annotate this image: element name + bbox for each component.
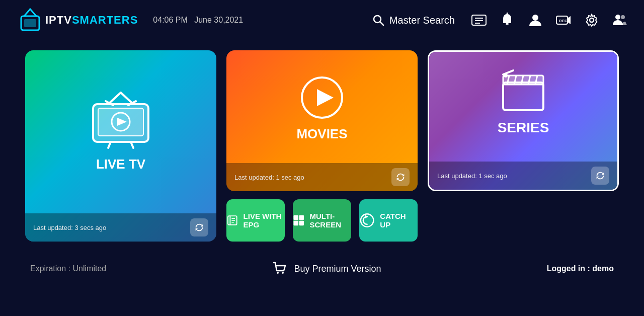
svg-rect-10	[506, 23, 509, 25]
live-epg-label: LIVE WITH EPG	[244, 212, 285, 229]
center-column: MOVIES Last updated: 1 sec ago	[226, 50, 418, 242]
movies-refresh-button[interactable]	[391, 168, 410, 186]
svg-point-16	[590, 18, 594, 22]
date-display: June 30,2021	[194, 16, 243, 24]
movies-card[interactable]: MOVIES Last updated: 1 sec ago	[226, 50, 418, 191]
series-card[interactable]: SERIES Last updated: 1 sec ago	[428, 50, 619, 191]
catch-up-label: CATCH UP	[380, 212, 418, 229]
svg-line-1	[30, 9, 36, 16]
play-icon	[299, 75, 345, 120]
live-tv-update-text: Last updated: 3 secs ago	[33, 224, 106, 231]
catchup-icon	[359, 212, 375, 228]
series-refresh-button[interactable]	[591, 167, 609, 185]
svg-text:REC: REC	[559, 19, 568, 23]
expiry-text: Expiration : Unlimited	[30, 264, 106, 273]
svg-marker-41	[365, 215, 368, 218]
login-info: Logged in : demo	[547, 264, 614, 273]
record-icon: REC	[555, 12, 572, 28]
clapperboard-icon	[498, 68, 548, 114]
user-icon	[527, 12, 543, 28]
header-icons: REC	[470, 11, 629, 29]
svg-point-52	[282, 272, 284, 274]
cart-icon	[272, 261, 288, 277]
live-tv-footer: Last updated: 3 secs ago	[25, 213, 216, 242]
bottom-buttons-row: LIVE WITH EPG MULTI-SCREEN	[226, 199, 418, 242]
series-icon-area: SERIES	[429, 52, 617, 152]
svg-point-17	[615, 15, 620, 20]
multiuser-icon	[612, 12, 628, 28]
movies-footer: Last updated: 1 sec ago	[226, 163, 418, 191]
logo-icon	[15, 5, 45, 35]
live-tv-card[interactable]: LIVE TV Last updated: 3 secs ago	[25, 50, 216, 242]
svg-marker-30	[317, 89, 334, 106]
movies-icon-area: MOVIES	[226, 50, 418, 166]
notification-button[interactable]	[498, 11, 516, 29]
multiuser-button[interactable]	[611, 11, 629, 29]
refresh-icon	[194, 222, 205, 233]
svg-line-50	[503, 70, 513, 74]
series-title: SERIES	[498, 120, 549, 136]
svg-rect-38	[293, 221, 298, 226]
user-button[interactable]	[526, 11, 544, 29]
tv-icon	[86, 90, 156, 150]
time-display: 04:06 PM	[153, 16, 187, 24]
svg-rect-39	[299, 221, 304, 226]
buy-premium-button[interactable]: Buy Premium Version	[272, 261, 381, 277]
svg-point-18	[621, 15, 625, 19]
svg-line-5	[380, 22, 383, 26]
series-footer: Last updated: 1 sec ago	[429, 162, 617, 190]
search-area[interactable]: Master Search	[372, 14, 455, 26]
datetime: 04:06 PM June 30,2021	[153, 16, 243, 25]
epg-icon	[471, 12, 487, 28]
search-label: Master Search	[389, 15, 455, 26]
epg-icon-button[interactable]	[470, 11, 488, 29]
settings-icon	[584, 12, 600, 28]
main-content: LIVE TV Last updated: 3 secs ago	[0, 40, 644, 252]
logo-smarters: SMARTERS	[72, 14, 138, 27]
search-icon	[372, 14, 384, 26]
catch-up-button[interactable]: CATCH UP	[359, 199, 418, 242]
svg-rect-3	[24, 19, 36, 27]
series-spacer	[428, 199, 619, 242]
header: IPTV SMARTERS 04:06 PM June 30,2021 Mast…	[0, 0, 644, 40]
refresh-icon	[395, 172, 406, 183]
svg-line-0	[24, 9, 30, 16]
logo-area: IPTV SMARTERS	[15, 5, 138, 35]
right-section: MOVIES Last updated: 1 sec ago	[226, 50, 619, 242]
series-gradient: SERIES Last updated: 1 sec ago	[429, 52, 617, 190]
logo-iptv: IPTV	[45, 14, 72, 27]
series-update-text: Last updated: 1 sec ago	[437, 172, 507, 180]
live-tv-icon-area: LIVE TV	[25, 50, 216, 211]
svg-point-12	[532, 15, 538, 21]
live-epg-button[interactable]: LIVE WITH EPG	[226, 199, 285, 242]
logged-in-label: Logged in :	[547, 264, 593, 273]
logo-text: IPTV SMARTERS	[45, 14, 138, 27]
multiscreen-icon	[293, 212, 305, 228]
svg-point-51	[277, 272, 279, 274]
settings-button[interactable]	[583, 11, 601, 29]
movies-title: MOVIES	[296, 126, 347, 142]
live-tv-refresh-button[interactable]	[190, 218, 208, 236]
svg-rect-42	[503, 83, 543, 110]
bell-icon	[499, 12, 515, 28]
svg-rect-37	[299, 215, 304, 220]
username: demo	[592, 264, 614, 273]
series-column: SERIES Last updated: 1 sec ago	[428, 50, 619, 242]
refresh-icon	[595, 170, 606, 181]
multi-screen-label: MULTI-SCREEN	[310, 212, 351, 229]
svg-rect-36	[293, 215, 298, 220]
live-tv-title: LIVE TV	[96, 156, 145, 172]
multi-screen-button[interactable]: MULTI-SCREEN	[293, 199, 351, 242]
epg-book-icon	[226, 212, 238, 228]
movies-update-text: Last updated: 1 sec ago	[234, 174, 304, 181]
footer: Expiration : Unlimited Buy Premium Versi…	[0, 252, 644, 286]
record-button[interactable]: REC	[554, 11, 573, 29]
buy-label: Buy Premium Version	[294, 264, 381, 274]
